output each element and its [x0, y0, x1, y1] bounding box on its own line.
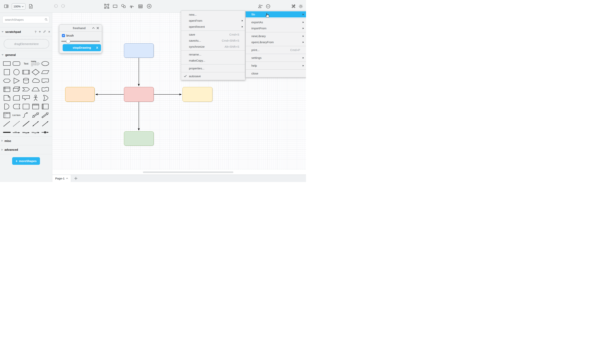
- redo-icon[interactable]: [61, 4, 66, 9]
- shape-text[interactable]: Text: [21, 59, 31, 68]
- more-shapes-button[interactable]: + moreShapes: [12, 157, 40, 165]
- menu-item-importfrom[interactable]: importFrom: [246, 25, 306, 31]
- shape-list-item[interactable]: List Item: [12, 111, 21, 119]
- shape-arrow-with-label[interactable]: Label: [12, 128, 21, 137]
- shape-dotted-line[interactable]: [12, 119, 21, 128]
- horizontal-scrollbar[interactable]: [143, 171, 233, 173]
- shape-vertical-container[interactable]: Vertical Container: [31, 102, 41, 111]
- shape-rectangle[interactable]: [2, 59, 12, 68]
- share-icon[interactable]: [258, 4, 263, 9]
- shape-container[interactable]: [21, 102, 31, 111]
- undo-icon[interactable]: [53, 4, 58, 9]
- shape-hexagon[interactable]: [2, 77, 12, 85]
- shape-arrow-with-box[interactable]: [41, 128, 50, 137]
- menu-item-newlibrary[interactable]: newLibrary: [246, 33, 306, 39]
- freehand-dialog-titlebar[interactable]: freehand: [59, 25, 102, 32]
- menu-item-openfrom[interactable]: openFrom: [181, 18, 245, 24]
- shape-horizontal-container[interactable]: Horizontal Container: [41, 102, 50, 111]
- shape-link[interactable]: [2, 128, 12, 137]
- shape-cylinder[interactable]: [21, 77, 31, 85]
- menu-item-autosave[interactable]: autosave: [181, 73, 245, 79]
- menu-item-print[interactable]: print...Cmd+P: [246, 47, 306, 53]
- shape-bidirectional-connector[interactable]: [31, 119, 41, 128]
- shape-circle[interactable]: [12, 68, 21, 77]
- shape-cube[interactable]: [12, 85, 21, 94]
- shape-rounded-rectangle[interactable]: [12, 59, 21, 68]
- sidebar-toggle-icon[interactable]: [4, 4, 9, 9]
- stop-drawing-button[interactable]: stopDrawing X: [63, 44, 101, 51]
- shape-dashed-line[interactable]: [2, 119, 12, 128]
- shape-step[interactable]: [21, 85, 31, 94]
- shape-parallelogram[interactable]: [41, 68, 50, 77]
- shape-tape[interactable]: [41, 85, 50, 94]
- text-tool-icon[interactable]: A: [104, 4, 109, 9]
- shape-directional-connector[interactable]: [41, 119, 50, 128]
- shape-arrow[interactable]: [41, 111, 50, 119]
- sidebar-section-scratchpad[interactable]: scratchpad ? + ×: [0, 27, 52, 36]
- shape-internal-storage[interactable]: [2, 85, 12, 94]
- menu-item-openrecent[interactable]: openRecent: [181, 24, 245, 30]
- shape-arrow-source-target[interactable]: SourceLabelTarget: [31, 128, 41, 137]
- table-tool-icon[interactable]: [138, 4, 143, 9]
- shape-triangle[interactable]: [12, 77, 21, 85]
- shape-data-storage[interactable]: [12, 102, 21, 111]
- freehand-tool-icon[interactable]: [129, 4, 135, 9]
- sidebar-section-general[interactable]: general: [0, 51, 52, 59]
- collapse-dialog-button[interactable]: [91, 26, 96, 30]
- shape-line[interactable]: [21, 119, 31, 128]
- node-bottom[interactable]: [124, 131, 154, 146]
- node-center[interactable]: [124, 87, 154, 102]
- page-tab[interactable]: Page-1: [52, 175, 71, 182]
- shape-card[interactable]: [12, 94, 21, 102]
- menu-item-close[interactable]: close: [246, 70, 306, 77]
- theme-icon[interactable]: [298, 4, 303, 9]
- shape-actor[interactable]: [31, 94, 41, 102]
- shape-curve[interactable]: [21, 111, 31, 119]
- add-page-button[interactable]: [72, 175, 80, 182]
- new-page-icon[interactable]: [28, 4, 33, 9]
- menu-item-new[interactable]: new...: [181, 12, 245, 18]
- sidebar-section-advanced[interactable]: advanced: [0, 145, 52, 154]
- node-top[interactable]: [124, 43, 154, 58]
- node-left[interactable]: [65, 87, 95, 102]
- shape-or[interactable]: [41, 94, 50, 102]
- shape-tool-icon[interactable]: [121, 4, 126, 9]
- scratchpad-dropzone[interactable]: dragElementsHere: [4, 39, 49, 49]
- close-icon[interactable]: ×: [48, 30, 50, 34]
- shape-list[interactable]: ListItem 1Item 2Item 3: [2, 111, 12, 119]
- shape-square[interactable]: [2, 68, 12, 77]
- shape-cloud[interactable]: [31, 77, 41, 85]
- shape-ellipse[interactable]: [41, 59, 50, 68]
- node-right[interactable]: [182, 87, 212, 102]
- more-icon[interactable]: [265, 4, 271, 9]
- brush-checkbox-row[interactable]: brush: [62, 34, 74, 37]
- menu-item-save[interactable]: saveCmd+S: [181, 31, 245, 38]
- menu-item-properties[interactable]: properties...: [181, 65, 245, 71]
- shape-diamond[interactable]: [31, 68, 41, 77]
- shape-document[interactable]: [41, 77, 50, 85]
- shape-arrow-source-label[interactable]: SourceLabel: [21, 128, 31, 137]
- rectangle-tool-icon[interactable]: [112, 4, 118, 9]
- help-icon[interactable]: ?: [35, 30, 36, 33]
- close-dialog-button[interactable]: [96, 26, 100, 30]
- brush-size-slider[interactable]: [61, 39, 100, 43]
- shape-trapezoid[interactable]: [31, 85, 41, 94]
- menu-item-help[interactable]: help: [246, 63, 306, 69]
- menu-item-rename[interactable]: rename...: [181, 52, 245, 57]
- sketch-icon[interactable]: [291, 4, 296, 9]
- menu-item-settings[interactable]: settings: [246, 55, 306, 61]
- shape-process[interactable]: [21, 68, 31, 77]
- shape-bidirectional-arrow[interactable]: [31, 111, 41, 119]
- sidebar-section-misc[interactable]: misc: [0, 136, 52, 145]
- menu-item-openlibraryfrom[interactable]: openLibraryFrom: [246, 39, 306, 45]
- menu-item-saveas[interactable]: saveAs...Cmd+Shift+S: [181, 38, 245, 44]
- add-shape-icon[interactable]: [147, 4, 152, 9]
- shape-and[interactable]: [2, 102, 12, 111]
- menu-item-makecopy[interactable]: makeCopy...: [181, 57, 245, 64]
- edit-icon[interactable]: [43, 30, 46, 33]
- menu-item-exportas[interactable]: exportAs: [246, 19, 306, 25]
- shape-note[interactable]: [2, 94, 12, 102]
- brush-checkbox[interactable]: [62, 34, 65, 37]
- menu-item-synchronize[interactable]: synchronizeAlt+Shift+S: [181, 44, 245, 50]
- shape-callout[interactable]: [21, 94, 31, 102]
